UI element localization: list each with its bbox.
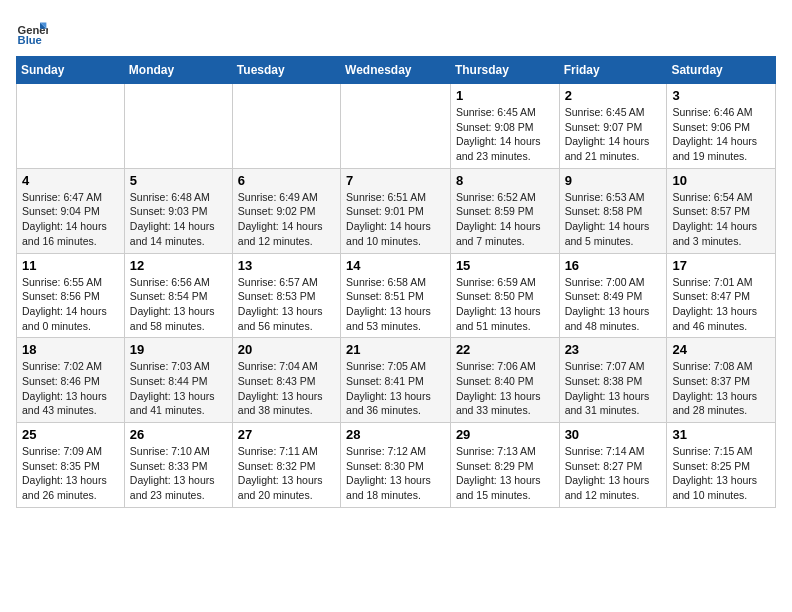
day-cell: 28Sunrise: 7:12 AM Sunset: 8:30 PM Dayli… — [341, 423, 451, 508]
day-number: 23 — [565, 342, 662, 357]
day-number: 26 — [130, 427, 227, 442]
day-cell: 26Sunrise: 7:10 AM Sunset: 8:33 PM Dayli… — [124, 423, 232, 508]
day-info: Sunrise: 7:07 AM Sunset: 8:38 PM Dayligh… — [565, 359, 662, 418]
day-number: 18 — [22, 342, 119, 357]
day-number: 28 — [346, 427, 445, 442]
day-info: Sunrise: 7:15 AM Sunset: 8:25 PM Dayligh… — [672, 444, 770, 503]
day-cell: 12Sunrise: 6:56 AM Sunset: 8:54 PM Dayli… — [124, 253, 232, 338]
page-header: General Blue — [16, 16, 776, 48]
day-cell: 8Sunrise: 6:52 AM Sunset: 8:59 PM Daylig… — [450, 168, 559, 253]
day-number: 15 — [456, 258, 554, 273]
day-cell: 18Sunrise: 7:02 AM Sunset: 8:46 PM Dayli… — [17, 338, 125, 423]
day-cell: 30Sunrise: 7:14 AM Sunset: 8:27 PM Dayli… — [559, 423, 667, 508]
day-cell: 19Sunrise: 7:03 AM Sunset: 8:44 PM Dayli… — [124, 338, 232, 423]
day-cell: 31Sunrise: 7:15 AM Sunset: 8:25 PM Dayli… — [667, 423, 776, 508]
calendar-table: SundayMondayTuesdayWednesdayThursdayFrid… — [16, 56, 776, 508]
day-cell: 23Sunrise: 7:07 AM Sunset: 8:38 PM Dayli… — [559, 338, 667, 423]
day-info: Sunrise: 6:45 AM Sunset: 9:07 PM Dayligh… — [565, 105, 662, 164]
week-row-2: 4Sunrise: 6:47 AM Sunset: 9:04 PM Daylig… — [17, 168, 776, 253]
day-info: Sunrise: 7:12 AM Sunset: 8:30 PM Dayligh… — [346, 444, 445, 503]
day-number: 12 — [130, 258, 227, 273]
day-cell: 4Sunrise: 6:47 AM Sunset: 9:04 PM Daylig… — [17, 168, 125, 253]
day-cell: 7Sunrise: 6:51 AM Sunset: 9:01 PM Daylig… — [341, 168, 451, 253]
day-info: Sunrise: 6:49 AM Sunset: 9:02 PM Dayligh… — [238, 190, 335, 249]
day-cell — [17, 84, 125, 169]
logo: General Blue — [16, 16, 52, 48]
day-info: Sunrise: 7:10 AM Sunset: 8:33 PM Dayligh… — [130, 444, 227, 503]
day-number: 10 — [672, 173, 770, 188]
day-cell: 16Sunrise: 7:00 AM Sunset: 8:49 PM Dayli… — [559, 253, 667, 338]
day-info: Sunrise: 7:02 AM Sunset: 8:46 PM Dayligh… — [22, 359, 119, 418]
day-info: Sunrise: 7:04 AM Sunset: 8:43 PM Dayligh… — [238, 359, 335, 418]
day-cell: 15Sunrise: 6:59 AM Sunset: 8:50 PM Dayli… — [450, 253, 559, 338]
day-number: 2 — [565, 88, 662, 103]
day-info: Sunrise: 6:55 AM Sunset: 8:56 PM Dayligh… — [22, 275, 119, 334]
day-number: 11 — [22, 258, 119, 273]
day-info: Sunrise: 7:00 AM Sunset: 8:49 PM Dayligh… — [565, 275, 662, 334]
day-info: Sunrise: 7:13 AM Sunset: 8:29 PM Dayligh… — [456, 444, 554, 503]
day-number: 17 — [672, 258, 770, 273]
day-number: 5 — [130, 173, 227, 188]
day-cell: 11Sunrise: 6:55 AM Sunset: 8:56 PM Dayli… — [17, 253, 125, 338]
day-info: Sunrise: 6:56 AM Sunset: 8:54 PM Dayligh… — [130, 275, 227, 334]
day-number: 30 — [565, 427, 662, 442]
day-number: 4 — [22, 173, 119, 188]
day-info: Sunrise: 7:03 AM Sunset: 8:44 PM Dayligh… — [130, 359, 227, 418]
day-cell: 21Sunrise: 7:05 AM Sunset: 8:41 PM Dayli… — [341, 338, 451, 423]
day-cell: 14Sunrise: 6:58 AM Sunset: 8:51 PM Dayli… — [341, 253, 451, 338]
header-thursday: Thursday — [450, 57, 559, 84]
day-cell — [124, 84, 232, 169]
day-number: 1 — [456, 88, 554, 103]
day-info: Sunrise: 6:46 AM Sunset: 9:06 PM Dayligh… — [672, 105, 770, 164]
day-number: 22 — [456, 342, 554, 357]
week-row-5: 25Sunrise: 7:09 AM Sunset: 8:35 PM Dayli… — [17, 423, 776, 508]
day-cell: 1Sunrise: 6:45 AM Sunset: 9:08 PM Daylig… — [450, 84, 559, 169]
header-friday: Friday — [559, 57, 667, 84]
day-cell: 6Sunrise: 6:49 AM Sunset: 9:02 PM Daylig… — [232, 168, 340, 253]
day-info: Sunrise: 6:59 AM Sunset: 8:50 PM Dayligh… — [456, 275, 554, 334]
day-number: 9 — [565, 173, 662, 188]
day-number: 24 — [672, 342, 770, 357]
day-info: Sunrise: 6:51 AM Sunset: 9:01 PM Dayligh… — [346, 190, 445, 249]
day-number: 31 — [672, 427, 770, 442]
day-number: 8 — [456, 173, 554, 188]
day-cell: 27Sunrise: 7:11 AM Sunset: 8:32 PM Dayli… — [232, 423, 340, 508]
day-info: Sunrise: 6:57 AM Sunset: 8:53 PM Dayligh… — [238, 275, 335, 334]
day-number: 21 — [346, 342, 445, 357]
day-number: 20 — [238, 342, 335, 357]
day-info: Sunrise: 6:48 AM Sunset: 9:03 PM Dayligh… — [130, 190, 227, 249]
day-cell: 25Sunrise: 7:09 AM Sunset: 8:35 PM Dayli… — [17, 423, 125, 508]
day-number: 3 — [672, 88, 770, 103]
day-cell: 17Sunrise: 7:01 AM Sunset: 8:47 PM Dayli… — [667, 253, 776, 338]
day-info: Sunrise: 6:53 AM Sunset: 8:58 PM Dayligh… — [565, 190, 662, 249]
day-cell: 2Sunrise: 6:45 AM Sunset: 9:07 PM Daylig… — [559, 84, 667, 169]
day-number: 16 — [565, 258, 662, 273]
day-cell — [232, 84, 340, 169]
day-info: Sunrise: 7:14 AM Sunset: 8:27 PM Dayligh… — [565, 444, 662, 503]
day-number: 6 — [238, 173, 335, 188]
day-cell: 9Sunrise: 6:53 AM Sunset: 8:58 PM Daylig… — [559, 168, 667, 253]
header-wednesday: Wednesday — [341, 57, 451, 84]
day-number: 13 — [238, 258, 335, 273]
day-info: Sunrise: 7:08 AM Sunset: 8:37 PM Dayligh… — [672, 359, 770, 418]
day-cell: 3Sunrise: 6:46 AM Sunset: 9:06 PM Daylig… — [667, 84, 776, 169]
week-row-4: 18Sunrise: 7:02 AM Sunset: 8:46 PM Dayli… — [17, 338, 776, 423]
header-sunday: Sunday — [17, 57, 125, 84]
day-cell: 13Sunrise: 6:57 AM Sunset: 8:53 PM Dayli… — [232, 253, 340, 338]
header-saturday: Saturday — [667, 57, 776, 84]
day-info: Sunrise: 7:11 AM Sunset: 8:32 PM Dayligh… — [238, 444, 335, 503]
day-cell: 5Sunrise: 6:48 AM Sunset: 9:03 PM Daylig… — [124, 168, 232, 253]
day-info: Sunrise: 6:45 AM Sunset: 9:08 PM Dayligh… — [456, 105, 554, 164]
day-info: Sunrise: 7:01 AM Sunset: 8:47 PM Dayligh… — [672, 275, 770, 334]
day-info: Sunrise: 7:09 AM Sunset: 8:35 PM Dayligh… — [22, 444, 119, 503]
day-number: 29 — [456, 427, 554, 442]
day-cell — [341, 84, 451, 169]
day-info: Sunrise: 6:54 AM Sunset: 8:57 PM Dayligh… — [672, 190, 770, 249]
day-info: Sunrise: 7:05 AM Sunset: 8:41 PM Dayligh… — [346, 359, 445, 418]
day-number: 19 — [130, 342, 227, 357]
logo-icon: General Blue — [16, 16, 48, 48]
day-info: Sunrise: 6:52 AM Sunset: 8:59 PM Dayligh… — [456, 190, 554, 249]
day-number: 25 — [22, 427, 119, 442]
day-cell: 24Sunrise: 7:08 AM Sunset: 8:37 PM Dayli… — [667, 338, 776, 423]
day-number: 27 — [238, 427, 335, 442]
